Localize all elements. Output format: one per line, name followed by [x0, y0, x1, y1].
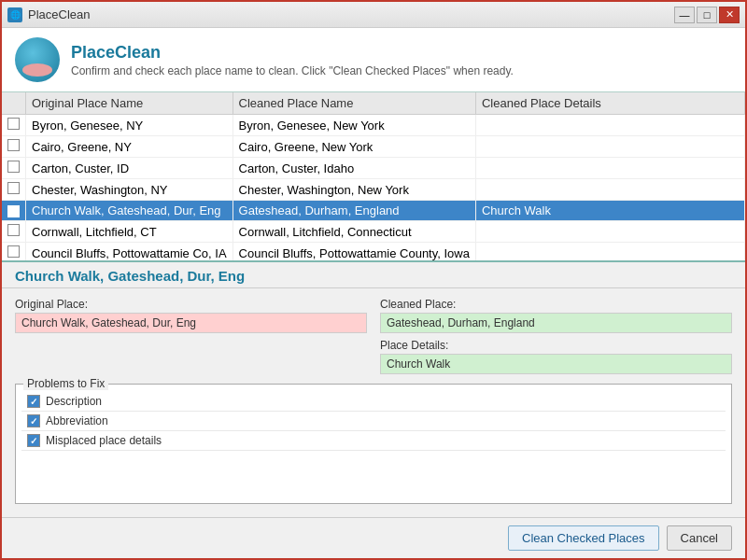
- original-place-field: Original Place:: [15, 298, 367, 333]
- original-place-cell: Church Walk, Gateshead, Dur, Eng: [26, 201, 233, 221]
- clean-checked-places-button[interactable]: Clean Checked Places: [508, 525, 659, 551]
- row-check-cell[interactable]: [2, 115, 26, 136]
- table-row[interactable]: Cairo, Greene, NYCairo, Greene, New York: [2, 136, 745, 158]
- table-header-row: Original Place Name Cleaned Place Name C…: [2, 92, 745, 115]
- table-wrapper[interactable]: Original Place Name Cleaned Place Name C…: [2, 92, 745, 260]
- row-check-cell[interactable]: ✓: [2, 201, 26, 221]
- row-checkbox[interactable]: [7, 161, 20, 173]
- row-check-cell[interactable]: [2, 221, 26, 243]
- problem-label-description: Description: [46, 395, 102, 408]
- detail-header-text: Church Walk, Gateshead, Dur, Eng: [15, 268, 245, 284]
- title-bar-text: PlaceClean: [28, 7, 91, 21]
- detail-header: Church Walk, Gateshead, Dur, Eng: [2, 262, 745, 288]
- close-button[interactable]: ✕: [719, 7, 740, 23]
- table-row[interactable]: Byron, Genesee, NYByron, Genesee, New Yo…: [2, 115, 745, 136]
- original-place-cell: Byron, Genesee, NY: [26, 115, 233, 136]
- details-cell: [475, 158, 744, 179]
- row-check-cell[interactable]: [2, 158, 26, 179]
- problem-item-abbreviation: Abbreviation: [21, 412, 726, 431]
- problem-checkbox-description[interactable]: [27, 395, 40, 408]
- details-cell: [475, 221, 744, 243]
- place-details-field: Place Details:: [380, 339, 732, 374]
- place-details-input[interactable]: [380, 354, 732, 374]
- original-place-cell: Carton, Custer, ID: [26, 158, 233, 179]
- app-header-text: PlaceClean Confirm and check each place …: [71, 43, 514, 77]
- cleaned-place-cell: Carton, Custer, Idaho: [233, 158, 475, 179]
- table-row[interactable]: Cornwall, Litchfield, CTCornwall, Litchf…: [2, 221, 745, 243]
- col-cleaned: Cleaned Place Name: [233, 92, 475, 115]
- places-table: Original Place Name Cleaned Place Name C…: [2, 92, 745, 260]
- cleaned-place-input[interactable]: [380, 313, 732, 333]
- main-window: 🌐 PlaceClean — □ ✕ PlaceClean Confirm an…: [0, 0, 747, 560]
- cleaned-place-label: Cleaned Place:: [380, 298, 732, 311]
- problem-item-description: Description: [21, 392, 726, 412]
- row-check-cell[interactable]: [2, 179, 26, 201]
- row-checkbox[interactable]: [7, 139, 20, 151]
- cleaned-place-cell: Chester, Washington, New York: [233, 179, 475, 201]
- original-place-input[interactable]: [15, 313, 367, 333]
- cleaned-place-cell: Cairo, Greene, New York: [233, 136, 475, 158]
- row-check-cell[interactable]: [2, 136, 26, 158]
- details-cell: [475, 243, 744, 261]
- problem-item-misplaced: Misplaced place details: [21, 431, 726, 451]
- app-logo: [15, 37, 60, 82]
- problem-label-misplaced: Misplaced place details: [46, 434, 162, 447]
- detail-right: Cleaned Place: Place Details:: [380, 298, 732, 374]
- table-row[interactable]: Carton, Custer, IDCarton, Custer, Idaho: [2, 158, 745, 179]
- details-cell: [475, 115, 744, 136]
- problems-group: Problems to Fix Description Abbreviation…: [15, 384, 732, 504]
- cleaned-place-cell: Council Bluffs, Pottowattamie County, Io…: [233, 243, 475, 261]
- details-cell: [475, 136, 744, 158]
- title-bar-controls: — □ ✕: [674, 7, 740, 23]
- cancel-button[interactable]: Cancel: [667, 525, 732, 551]
- row-checkbox[interactable]: [7, 118, 20, 130]
- cleaned-place-cell: Byron, Genesee, New York: [233, 115, 475, 136]
- row-checkbox[interactable]: [7, 245, 20, 258]
- cleaned-place-cell: Gateshead, Durham, England: [233, 201, 475, 221]
- col-check: [2, 92, 26, 115]
- maximize-button[interactable]: □: [697, 7, 717, 23]
- app-title: PlaceClean: [71, 43, 514, 63]
- footer: Clean Checked Places Cancel: [2, 517, 745, 558]
- table-row[interactable]: Chester, Washington, NYChester, Washingt…: [2, 179, 745, 201]
- table-section: Original Place Name Cleaned Place Name C…: [2, 92, 745, 262]
- details-cell: [475, 179, 744, 201]
- place-details-label: Place Details:: [380, 339, 732, 352]
- row-checkbox[interactable]: [7, 182, 20, 194]
- original-place-label: Original Place:: [15, 298, 367, 311]
- row-checkbox[interactable]: [7, 224, 20, 236]
- minimize-button[interactable]: —: [674, 7, 695, 23]
- app-header: PlaceClean Confirm and check each place …: [2, 28, 745, 92]
- app-icon: 🌐: [7, 7, 22, 22]
- row-check-cell[interactable]: [2, 243, 26, 261]
- original-place-cell: Cairo, Greene, NY: [26, 136, 233, 158]
- problems-spacer: [21, 451, 726, 497]
- cleaned-place-cell: Cornwall, Litchfield, Connecticut: [233, 221, 475, 243]
- problem-label-abbreviation: Abbreviation: [46, 414, 108, 427]
- title-bar: 🌐 PlaceClean — □ ✕: [2, 2, 745, 28]
- col-original: Original Place Name: [26, 92, 233, 115]
- title-bar-left: 🌐 PlaceClean: [7, 7, 91, 22]
- details-cell: Church Walk: [475, 201, 744, 221]
- table-row[interactable]: Council Bluffs, Pottowattamie Co, IACoun…: [2, 243, 745, 261]
- original-place-cell: Council Bluffs, Pottowattamie Co, IA: [26, 243, 233, 261]
- table-row[interactable]: ✓Church Walk, Gateshead, Dur, EngGateshe…: [2, 201, 745, 221]
- original-place-cell: Chester, Washington, NY: [26, 179, 233, 201]
- detail-body: Original Place: Cleaned Place: Place Det…: [2, 288, 745, 384]
- problem-checkbox-misplaced[interactable]: [27, 434, 40, 447]
- app-instructions: Confirm and check each place name to cle…: [71, 64, 514, 77]
- detail-left: Original Place:: [15, 298, 367, 374]
- problems-legend: Problems to Fix: [23, 377, 108, 390]
- original-place-cell: Cornwall, Litchfield, CT: [26, 221, 233, 243]
- cleaned-place-field: Cleaned Place:: [380, 298, 732, 333]
- col-details: Cleaned Place Details: [475, 92, 744, 115]
- row-checkbox[interactable]: ✓: [7, 205, 20, 217]
- problem-checkbox-abbreviation[interactable]: [27, 414, 40, 427]
